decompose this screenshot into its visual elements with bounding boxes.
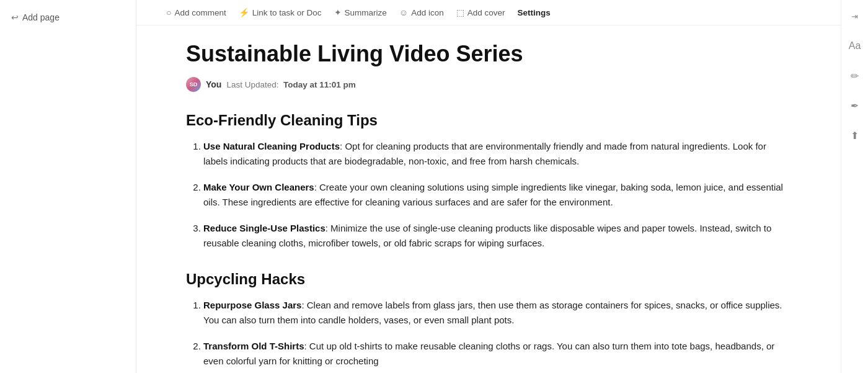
sparkle-icon: ✦ [334,7,342,17]
list-item: Repurpose Glass Jars: Clean and remove l… [203,298,791,328]
image-icon: ⬚ [456,7,464,17]
list-item: Reduce Single-Use Plastics: Minimize the… [203,221,791,251]
font-size-button[interactable]: Aa [846,37,864,55]
author-line: SD You Last Updated: Today at 11:01 pm [186,77,791,92]
document-area: Sustainable Living Video Series SD You L… [136,25,841,373]
list-item: Use Natural Cleaning Products: Opt for c… [203,139,791,169]
add-page-label: Add page [22,12,60,22]
link-icon: ⚡ [239,7,249,17]
add-page-button[interactable]: ↩ Add page [7,10,128,25]
add-comment-label: Add comment [174,8,226,17]
summarize-label: Summarize [345,8,387,17]
page-title: Sustainable Living Video Series [186,40,791,67]
export-button[interactable]: ⬆ [846,127,864,144]
right-sidebar: ⇥ Aa ✏ ✒ ⬆ [841,0,868,373]
edit-alt-button[interactable]: ✒ [846,97,864,114]
emoji-icon: ☺ [399,7,408,17]
item-bold: Repurpose Glass Jars [203,300,301,310]
add-cover-label: Add cover [467,8,505,17]
comment-icon: ○ [166,7,171,17]
item-bold: Reduce Single-Use Plastics [203,223,326,233]
list-item: Make Your Own Cleaners: Create your own … [203,180,791,210]
item-bold: Make Your Own Cleaners [203,182,314,192]
add-icon-button[interactable]: ☺ Add icon [394,5,449,20]
add-icon-label: Add icon [411,8,444,17]
item-bold: Use Natural Cleaning Products [203,141,340,151]
author-name: You [206,79,221,89]
link-task-label: Link to task or Doc [252,8,322,17]
summarize-button[interactable]: ✦ Summarize [329,5,392,20]
add-comment-button[interactable]: ○ Add comment [161,5,231,20]
settings-button[interactable]: Settings [512,6,555,20]
item-bold: Transform Old T-Shirts [203,341,304,351]
section-1-list: Use Natural Cleaning Products: Opt for c… [186,139,791,251]
list-item: Transform Old T-Shirts: Cut up old t-shi… [203,339,791,369]
left-sidebar: ↩ Add page [0,0,136,373]
collapse-button[interactable]: ⇥ [846,7,864,25]
add-cover-button[interactable]: ⬚ Add cover [451,5,510,20]
last-updated-label: Last Updated: [226,80,278,89]
section-heading-2: Upcycling Hacks [186,271,791,288]
section-2-list: Repurpose Glass Jars: Clean and remove l… [186,298,791,369]
avatar: SD [186,77,201,92]
edit-button[interactable]: ✏ [846,67,864,84]
main-content: ○ Add comment ⚡ Link to task or Doc ✦ Su… [136,0,841,373]
last-updated-value: Today at 11:01 pm [283,80,356,89]
last-updated: Last Updated: Today at 11:01 pm [226,80,355,89]
toolbar: ○ Add comment ⚡ Link to task or Doc ✦ Su… [136,0,841,25]
add-page-icon: ↩ [11,12,19,22]
link-task-button[interactable]: ⚡ Link to task or Doc [234,5,327,20]
section-heading-1: Eco-Friendly Cleaning Tips [186,112,791,129]
settings-label: Settings [517,8,550,17]
